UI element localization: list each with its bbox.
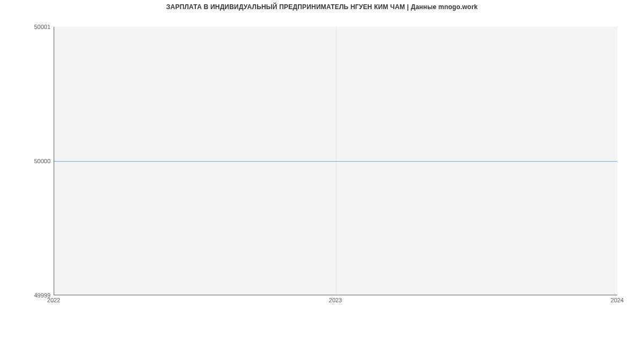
x-tick-label: 2022 [47, 297, 60, 303]
y-tick-label: 50001 [34, 24, 50, 30]
x-tick-label: 2023 [329, 297, 342, 303]
plot-area [54, 27, 617, 295]
x-tick-label: 2024 [611, 297, 624, 303]
chart-title: ЗАРПЛАТА В ИНДИВИДУАЛЬНЫЙ ПРЕДПРИНИМАТЕЛ… [0, 3, 644, 11]
salary-line-chart: ЗАРПЛАТА В ИНДИВИДУАЛЬНЫЙ ПРЕДПРИНИМАТЕЛ… [0, 0, 644, 349]
y-tick-label: 50000 [34, 158, 50, 164]
series-line-salary [54, 161, 617, 162]
